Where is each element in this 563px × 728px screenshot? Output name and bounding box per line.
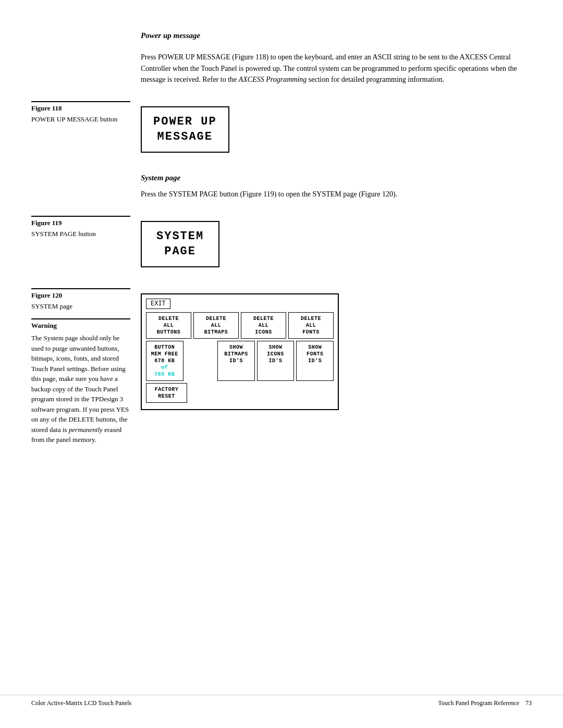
power-up-message-button[interactable]: POWER UP MESSAGE <box>141 106 229 153</box>
figure119-right: SYSTEM PAGE <box>141 216 563 273</box>
figure118-caption: POWER UP MESSAGE button <box>31 115 130 124</box>
power-up-body-text: Press POWER UP MESSAGE (Figure 118) to o… <box>141 52 521 85</box>
sys-show-icons-btn[interactable]: SHOW ICONS ID'S <box>257 341 295 381</box>
footer-page: 73 <box>525 699 532 707</box>
power-up-body: Press POWER UP MESSAGE (Figure 118) to o… <box>0 52 563 85</box>
sys-factory-reset-btn[interactable]: FACTORY RESET <box>146 383 187 403</box>
sys-show-fonts-btn[interactable]: SHOW FONTS ID'S <box>296 341 334 381</box>
figure120-left: Figure 120 SYSTEM page Warning The Syste… <box>0 288 141 445</box>
system-page-btn-line2: PAGE <box>156 244 204 260</box>
warning-text: The System page should only be used to p… <box>31 333 130 445</box>
system-page-heading-section: System page <box>0 174 563 182</box>
sys-mem-show-row: BUTTON MEM FREE 678 KB of 765 KB SHOW BI… <box>146 341 334 381</box>
footer-left: Color Active-Matrix LCD Touch Panels <box>31 699 131 707</box>
figure118-section: Figure 118 POWER UP MESSAGE button POWER… <box>0 101 563 158</box>
figure118-left: Figure 118 POWER UP MESSAGE button <box>0 101 141 158</box>
system-page-screenshot: EXIT DELETE ALL BUTTONS DELETE ALL BITMA… <box>141 293 339 410</box>
page-footer: Color Active-Matrix LCD Touch Panels Tou… <box>0 695 563 707</box>
sys-delete-bitmaps-btn[interactable]: DELETE ALL BITMAPS <box>193 312 239 339</box>
footer-right: Touch Panel Program Reference 73 <box>438 699 532 707</box>
sys-mem-line5: 765 KB <box>150 371 180 378</box>
power-up-heading-section: Power up message <box>0 31 563 52</box>
figure120-right: EXIT DELETE ALL BUTTONS DELETE ALL BITMA… <box>141 288 563 410</box>
figure119-caption: SYSTEM PAGE button <box>31 229 130 239</box>
sys-mem-free-btn: BUTTON MEM FREE 678 KB of 765 KB <box>146 341 183 381</box>
sys-exit-row: EXIT <box>146 299 334 309</box>
page: Power up message Press POWER UP MESSAGE … <box>0 0 563 728</box>
system-page-heading: System page <box>141 174 521 182</box>
warning-label: Warning <box>31 318 130 330</box>
system-page-btn-line1: SYSTEM <box>156 229 204 244</box>
figure120-label: Figure 120 <box>31 288 130 300</box>
power-up-btn-line2: MESSAGE <box>153 130 217 145</box>
sys-mem-line4: of <box>150 364 180 371</box>
figure119-section: Figure 119 SYSTEM PAGE button SYSTEM PAG… <box>0 216 563 273</box>
system-page-button[interactable]: SYSTEM PAGE <box>141 221 219 267</box>
sys-show-bitmaps-btn[interactable]: SHOW BITMAPS ID'S <box>217 341 255 381</box>
figure118-label: Figure 118 <box>31 101 130 113</box>
sys-spacer <box>186 341 216 381</box>
sys-delete-icons-btn[interactable]: DELETE ALL ICONS <box>241 312 286 339</box>
system-page-body: Press the SYSTEM PAGE button (Figure 119… <box>0 189 563 200</box>
sys-exit-button[interactable]: EXIT <box>146 299 170 309</box>
sys-mem-line3: 678 KB <box>150 357 180 364</box>
sys-factory-spacer <box>189 383 334 403</box>
sys-delete-fonts-btn[interactable]: DELETE ALL FONTS <box>288 312 334 339</box>
figure119-left: Figure 119 SYSTEM PAGE button <box>0 216 141 273</box>
power-up-heading: Power up message <box>141 31 521 40</box>
sys-delete-buttons-btn[interactable]: DELETE ALL BUTTONS <box>146 312 191 339</box>
figure120-section: Figure 120 SYSTEM page Warning The Syste… <box>0 288 563 445</box>
sys-mem-line1: BUTTON <box>150 344 180 351</box>
figure118-right: POWER UP MESSAGE <box>141 101 563 158</box>
power-up-btn-line1: POWER UP <box>153 115 217 130</box>
system-page-body-text: Press the SYSTEM PAGE button (Figure 119… <box>141 189 521 200</box>
sys-mem-line2: MEM FREE <box>150 351 180 357</box>
figure120-caption: SYSTEM page <box>31 302 130 311</box>
sys-factory-row: FACTORY RESET <box>146 383 334 403</box>
sys-delete-row: DELETE ALL BUTTONS DELETE ALL BITMAPS DE… <box>146 312 334 339</box>
figure119-label: Figure 119 <box>31 216 130 227</box>
